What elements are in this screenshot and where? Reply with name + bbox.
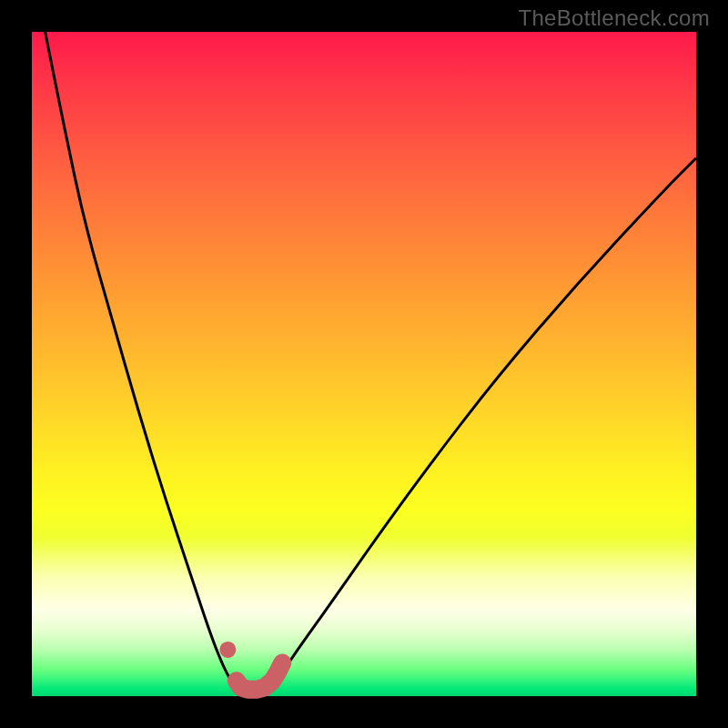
marker-left-dot: [219, 642, 236, 658]
chart-container: TheBottleneck.com: [0, 0, 728, 728]
chart-svg: [32, 32, 696, 696]
bottleneck-curve: [46, 32, 696, 689]
curve-layer: [46, 32, 696, 689]
marker-layer: [219, 642, 282, 690]
marker-bottom-segment: [237, 663, 282, 690]
watermark-text: TheBottleneck.com: [518, 5, 710, 31]
